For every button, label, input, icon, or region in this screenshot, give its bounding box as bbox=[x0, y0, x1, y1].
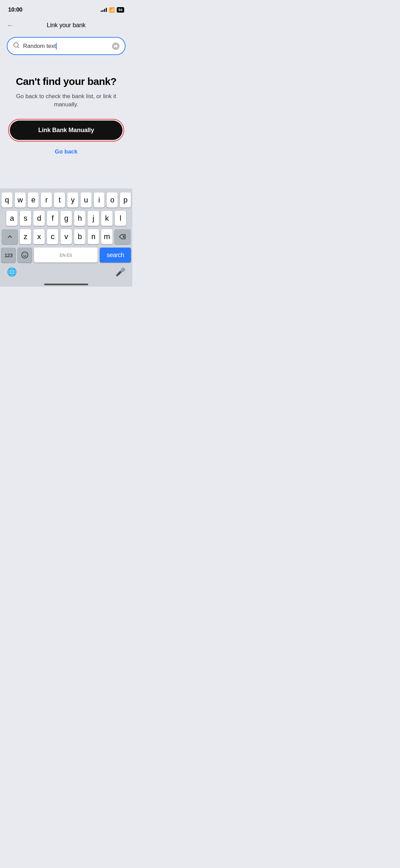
back-arrow-icon: ← bbox=[7, 21, 14, 30]
link-manual-wrapper: Link Bank Manually bbox=[8, 119, 124, 142]
key-m[interactable]: m bbox=[101, 229, 113, 244]
key-k[interactable]: k bbox=[101, 211, 113, 226]
key-s[interactable]: s bbox=[20, 211, 31, 226]
key-d[interactable]: d bbox=[33, 211, 45, 226]
key-y[interactable]: y bbox=[67, 193, 78, 207]
back-button[interactable]: ← bbox=[7, 21, 14, 30]
key-p[interactable]: p bbox=[120, 193, 131, 207]
key-b[interactable]: b bbox=[74, 229, 85, 244]
key-w[interactable]: w bbox=[15, 193, 26, 207]
signal-icon bbox=[101, 8, 107, 12]
numbers-key[interactable]: 123 bbox=[1, 248, 16, 263]
keyboard-row-4: 123 EN ES search bbox=[1, 248, 131, 263]
keyboard-bottom-row: 🌐 🎤 bbox=[1, 266, 131, 281]
key-g[interactable]: g bbox=[60, 211, 72, 226]
key-o[interactable]: o bbox=[107, 193, 118, 207]
backspace-key[interactable] bbox=[115, 229, 130, 244]
search-key[interactable]: search bbox=[100, 248, 131, 263]
home-bar bbox=[44, 284, 88, 285]
status-time: 10:00 bbox=[8, 6, 22, 13]
globe-icon[interactable]: 🌐 bbox=[7, 267, 17, 277]
key-q[interactable]: q bbox=[1, 193, 13, 207]
status-icons: 📶 94 bbox=[101, 7, 124, 13]
shift-key[interactable] bbox=[2, 229, 18, 244]
key-i[interactable]: i bbox=[94, 193, 105, 207]
text-cursor bbox=[56, 43, 57, 50]
link-bank-manually-button[interactable]: Link Bank Manually bbox=[10, 121, 122, 140]
key-t[interactable]: t bbox=[54, 193, 65, 207]
home-indicator bbox=[1, 281, 131, 287]
battery-icon: 94 bbox=[117, 7, 124, 13]
key-h[interactable]: h bbox=[74, 211, 85, 226]
search-input[interactable]: Random text bbox=[23, 43, 109, 50]
key-x[interactable]: x bbox=[33, 229, 45, 244]
key-j[interactable]: j bbox=[88, 211, 99, 226]
key-c[interactable]: c bbox=[47, 229, 58, 244]
key-v[interactable]: v bbox=[60, 229, 72, 244]
cant-find-title: Can't find your bank? bbox=[16, 75, 117, 88]
key-a[interactable]: a bbox=[6, 211, 18, 226]
key-f[interactable]: f bbox=[47, 211, 58, 226]
key-u[interactable]: u bbox=[80, 193, 92, 207]
keyboard-row-3: z x c v b n m bbox=[1, 229, 131, 244]
key-r[interactable]: r bbox=[41, 193, 52, 207]
keyboard-row-1: q w e r t y u i o p bbox=[1, 193, 131, 207]
space-key[interactable]: EN ES bbox=[34, 248, 98, 263]
nav-bar: ← Link your bank bbox=[0, 16, 132, 34]
search-container: Random text bbox=[0, 34, 132, 55]
wifi-icon: 📶 bbox=[109, 7, 115, 13]
svg-point-4 bbox=[22, 252, 28, 258]
keyboard-row-2: a s d f g h j k l bbox=[1, 211, 131, 226]
cant-find-subtitle: Go back to check the bank list, or link … bbox=[8, 92, 124, 109]
clear-button[interactable] bbox=[112, 42, 119, 50]
search-icon bbox=[13, 42, 20, 50]
emoji-key[interactable] bbox=[18, 248, 32, 263]
clear-icon bbox=[114, 44, 118, 48]
go-back-link[interactable]: Go back bbox=[55, 148, 77, 155]
key-e[interactable]: e bbox=[28, 193, 39, 207]
microphone-icon[interactable]: 🎤 bbox=[115, 267, 126, 277]
main-content: Can't find your bank? Go back to check t… bbox=[0, 55, 132, 165]
status-bar: 10:00 📶 94 bbox=[0, 0, 132, 15]
keyboard: q w e r t y u i o p a s d f g h j k l z … bbox=[0, 188, 132, 287]
page-title: Link your bank bbox=[47, 22, 85, 29]
search-bar[interactable]: Random text bbox=[7, 37, 126, 55]
key-z[interactable]: z bbox=[20, 229, 31, 244]
key-n[interactable]: n bbox=[88, 229, 99, 244]
key-l[interactable]: l bbox=[115, 211, 126, 226]
svg-line-1 bbox=[18, 47, 19, 48]
